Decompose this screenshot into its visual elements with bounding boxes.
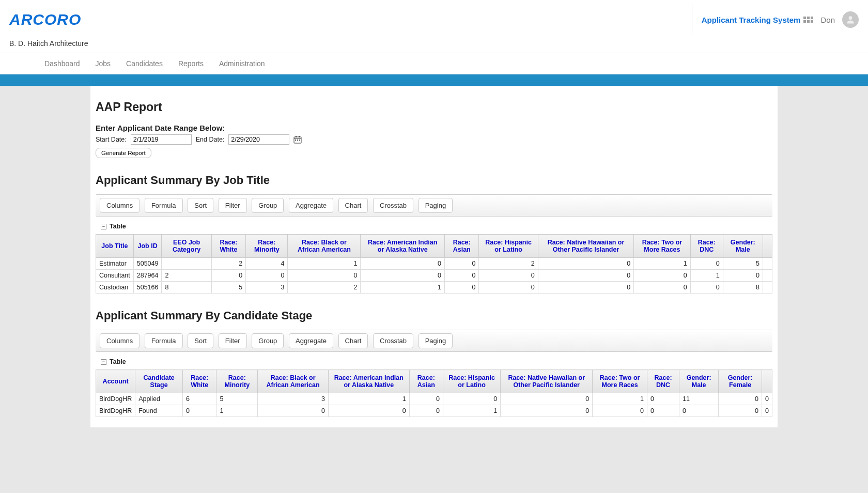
- end-date-input[interactable]: [228, 134, 289, 145]
- start-date-input[interactable]: [131, 134, 192, 145]
- svg-rect-5: [295, 140, 296, 141]
- section2-toolbar: Columns Formula Sort Filter Group Aggreg…: [96, 330, 772, 352]
- chart-button-2[interactable]: Chart: [338, 333, 368, 348]
- aggregate-button-2[interactable]: Aggregate: [289, 333, 333, 348]
- section1-table: Job Title Job ID EEO Job Category Race: …: [96, 234, 772, 294]
- main-nav: Dashboard Jobs Candidates Reports Admini…: [0, 53, 868, 74]
- cell-haw: 0: [538, 282, 633, 294]
- formula-button[interactable]: Formula: [145, 198, 183, 213]
- col2-white[interactable]: Race: White: [183, 370, 216, 393]
- col-extra: [763, 235, 772, 258]
- cell-hisp: 0: [479, 270, 538, 282]
- col-amind[interactable]: Race: American Indian or Alaska Native: [361, 235, 445, 258]
- cell-amind: 1: [361, 282, 445, 294]
- col2-haw[interactable]: Race: Native Hawaiian or Other Pacific I…: [501, 370, 593, 393]
- col2-minority[interactable]: Race: Minority: [216, 370, 258, 393]
- col-twomore[interactable]: Race: Two or More Races: [634, 235, 691, 258]
- filter-button[interactable]: Filter: [219, 198, 247, 213]
- cell-white: 2: [211, 258, 246, 270]
- col2-twomore[interactable]: Race: Two or More Races: [593, 370, 647, 393]
- cell-male: 5: [723, 258, 763, 270]
- cell-extra: 0: [762, 393, 772, 405]
- filter-button-2[interactable]: Filter: [219, 333, 247, 348]
- cell-white: 0: [211, 270, 246, 282]
- col2-stage[interactable]: Candidate Stage: [135, 370, 183, 393]
- nav-administration[interactable]: Administration: [219, 59, 265, 68]
- cell-asian: 0: [445, 258, 479, 270]
- chart-button[interactable]: Chart: [338, 198, 368, 213]
- cell-black: 2: [288, 282, 361, 294]
- aggregate-button[interactable]: Aggregate: [289, 198, 333, 213]
- col2-male[interactable]: Gender: Male: [679, 370, 719, 393]
- col-male[interactable]: Gender: Male: [723, 235, 763, 258]
- cell-white: 5: [211, 282, 246, 294]
- col-dnc[interactable]: Race: DNC: [690, 235, 723, 258]
- col-black[interactable]: Race: Black or African American: [288, 235, 361, 258]
- nav-reports[interactable]: Reports: [178, 59, 204, 68]
- cell-extra: 0: [762, 405, 772, 417]
- col2-amind[interactable]: Race: American Indian or Alaska Native: [328, 370, 409, 393]
- start-date-label: Start Date:: [96, 136, 127, 143]
- crosstab-button-2[interactable]: Crosstab: [373, 333, 413, 348]
- cell-extra: [763, 282, 772, 294]
- nav-candidates[interactable]: Candidates: [126, 59, 163, 68]
- collapse-toggle[interactable]: −: [101, 224, 106, 229]
- svg-rect-4: [299, 136, 300, 137]
- col-white[interactable]: Race: White: [211, 235, 246, 258]
- cell-minority: 4: [246, 258, 288, 270]
- avatar[interactable]: [842, 11, 859, 28]
- cell-stage: Applied: [135, 393, 183, 405]
- generate-report-button[interactable]: Generate Report: [96, 148, 151, 158]
- nav-jobs[interactable]: Jobs: [96, 59, 111, 68]
- paging-button-2[interactable]: Paging: [419, 333, 453, 348]
- group-button-2[interactable]: Group: [252, 333, 284, 348]
- cell-minority: 1: [216, 405, 258, 417]
- col-hisp[interactable]: Race: Hispanic or Latino: [479, 235, 538, 258]
- col2-dnc[interactable]: Race: DNC: [647, 370, 679, 393]
- page-title: AAP Report: [96, 100, 772, 114]
- col-eeo[interactable]: EEO Job Category: [162, 235, 211, 258]
- columns-button[interactable]: Columns: [100, 198, 140, 213]
- section1-title: Applicant Summary By Job Title: [96, 174, 772, 187]
- cell-job_title: Consultant: [96, 270, 134, 282]
- crosstab-button[interactable]: Crosstab: [373, 198, 413, 213]
- columns-button-2[interactable]: Columns: [100, 333, 140, 348]
- cell-black: 0: [288, 270, 361, 282]
- col2-asian[interactable]: Race: Asian: [409, 370, 443, 393]
- table-label-2: Table: [110, 358, 126, 365]
- apps-grid-icon: [803, 17, 813, 23]
- cell-job_id: 505049: [133, 258, 162, 270]
- cell-male: 8: [723, 282, 763, 294]
- col2-account[interactable]: Account: [96, 370, 135, 393]
- cell-haw: 0: [501, 405, 593, 417]
- collapse-toggle-2[interactable]: −: [101, 359, 106, 365]
- group-button[interactable]: Group: [252, 198, 284, 213]
- col2-black[interactable]: Race: Black or African American: [258, 370, 328, 393]
- table-row: BirdDogHRFound010001000000: [96, 405, 772, 417]
- col-job-title[interactable]: Job Title: [96, 235, 134, 258]
- cell-asian: 0: [445, 270, 479, 282]
- sort-button[interactable]: Sort: [188, 198, 213, 213]
- svg-rect-7: [299, 140, 300, 141]
- col-haw[interactable]: Race: Native Hawaiian or Other Pacific I…: [538, 235, 633, 258]
- calendar-icon[interactable]: [293, 135, 302, 144]
- nav-dashboard[interactable]: Dashboard: [44, 59, 80, 68]
- paging-button[interactable]: Paging: [419, 198, 453, 213]
- sort-button-2[interactable]: Sort: [188, 333, 213, 348]
- ats-link-label: Applicant Tracking System: [702, 16, 801, 24]
- svg-rect-3: [296, 136, 297, 137]
- formula-button-2[interactable]: Formula: [145, 333, 183, 348]
- col2-female[interactable]: Gender: Female: [719, 370, 762, 393]
- col-asian[interactable]: Race: Asian: [445, 235, 479, 258]
- cell-white: 6: [183, 393, 216, 405]
- cell-eeo: 2: [162, 270, 211, 282]
- ats-link[interactable]: Applicant Tracking System: [702, 16, 814, 24]
- col-minority[interactable]: Race: Minority: [246, 235, 288, 258]
- cell-twomore: 1: [634, 258, 691, 270]
- divider: [692, 4, 692, 35]
- col-job-id[interactable]: Job ID: [133, 235, 162, 258]
- cell-account: BirdDogHR: [96, 405, 135, 417]
- col2-hisp[interactable]: Race: Hispanic or Latino: [443, 370, 500, 393]
- cell-amind: 0: [328, 405, 409, 417]
- cell-hisp: 0: [443, 393, 500, 405]
